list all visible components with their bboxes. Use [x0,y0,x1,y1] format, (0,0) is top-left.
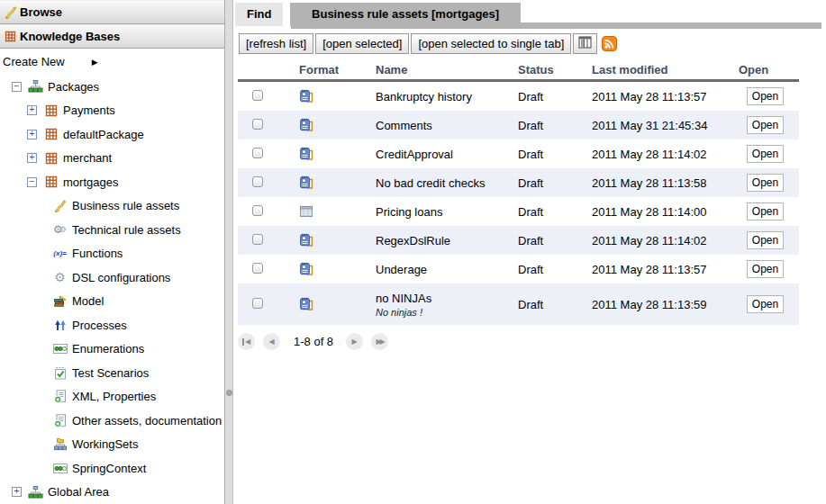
row-checkbox[interactable] [252,90,263,101]
open-cell: Open [739,231,799,249]
tree-item-merchant[interactable]: +merchant [0,147,224,171]
enum-icon [52,344,68,354]
create-new-menu[interactable]: Create New ▶ [0,49,224,73]
first-page-button[interactable]: ◀ [238,333,255,350]
open-button[interactable]: Open [747,260,784,278]
open-button[interactable]: Open [747,116,784,134]
tree-item-dsl-configurations[interactable]: ⚙DSL configurations [0,266,224,290]
row-checkbox[interactable] [252,176,263,187]
browse-section-header[interactable]: Browse [0,0,224,24]
asset-name-cell: Comments [376,119,518,132]
tree-item-defaultpackage[interactable]: +defaultPackage [0,122,224,147]
collapse-icon[interactable]: − [12,82,22,92]
panel-splitter[interactable] [225,0,233,504]
open-selected-single-tab-button[interactable]: [open selected to single tab] [411,33,571,54]
asset-status: Draft [518,90,592,104]
open-button[interactable]: Open [747,295,784,313]
tree-item-label: Packages [48,80,99,94]
tree-item-label: Enumerations [72,342,144,356]
tree-item-label: mortgages [63,176,118,189]
package-icon [43,104,59,117]
prev-page-button[interactable]: ◀ [263,333,280,350]
feed-icon[interactable] [602,36,617,51]
expand-icon[interactable]: + [27,105,37,115]
kb-grid-icon [4,31,17,42]
tree-item-global-area[interactable]: +Global Area [0,481,224,504]
asset-last-modified: 2011 May 28 11:13:59 [592,298,739,311]
asset-description: No ninjas ! [376,307,518,318]
tree-item-label: XML, Properties [72,390,156,403]
tree-item-xml-properties[interactable]: XML, Properties [0,385,224,410]
collapse-icon[interactable]: − [27,177,37,187]
row-checkbox[interactable] [252,298,263,309]
expand-icon[interactable]: + [12,487,22,497]
tab-find[interactable]: Find [235,3,283,26]
tree-item-springcontext[interactable]: SpringContext [0,456,224,481]
asset-toolbar: [refresh list] [open selected] [open sel… [239,33,826,54]
table-row-comments[interactable]: CommentsDraft2011 May 31 21:45:34Open [238,111,799,140]
open-cell: Open [739,174,799,192]
tree-item-label: defaultPackage [63,128,144,141]
column-name: Name [376,63,518,76]
table-row-underage[interactable]: UnderageDraft2011 May 28 11:13:57Open [238,255,799,284]
browse-section-label: Browse [20,5,62,19]
open-button[interactable]: Open [747,87,784,105]
last-page-button[interactable]: ▶▶ [371,333,388,350]
row-checkbox[interactable] [252,119,263,130]
tree-item-enumerations[interactable]: Enumerations [0,338,224,362]
splitter-collapse-handle[interactable] [226,390,232,396]
asset-table: Format Name Status Last modified Open Ba… [238,59,799,325]
open-cell: Open [739,295,799,313]
prev-arrow-icon: ◀ [245,338,250,346]
table-row-regexdslrule[interactable]: RegexDslRuleDraft2011 May 28 11:14:02Ope… [238,226,799,255]
tree-item-technical-rule-assets[interactable]: ⚙⚙Technical rule assets [0,218,224,242]
expand-icon[interactable]: + [27,153,37,163]
tree-item-business-rule-assets[interactable]: Business rule assets [0,194,224,219]
asset-last-modified: 2011 May 28 11:14:02 [592,234,739,248]
tab-business-rule-assets[interactable]: Business rule assets [mortgages] [290,3,521,26]
columns-icon [578,36,592,51]
table-row-pricing-loans[interactable]: Pricing loansDraft2011 May 28 11:14:00Op… [238,197,799,226]
open-button[interactable]: Open [747,145,784,163]
row-checkbox[interactable] [252,205,263,216]
open-selected-button[interactable]: [open selected] [315,33,409,54]
choose-columns-button[interactable] [573,33,597,54]
table-row-no-ninjas[interactable]: no NINJAsNo ninjas !Draft2011 May 28 11:… [238,284,799,325]
checkbox-cell [238,148,299,161]
refresh-list-button[interactable]: [refresh list] [239,33,313,54]
table-row-no-bad-credit-checks[interactable]: No bad credit checksDraft2011 May 28 11:… [238,168,799,197]
column-last-modified: Last modified [592,63,739,76]
row-checkbox[interactable] [252,234,263,245]
tree-item-mortgages[interactable]: −mortgages [0,170,224,194]
next-arrow-icon: ▶ [352,338,358,346]
tree-item-workingsets[interactable]: WorkingSets [0,433,224,457]
tree-item-payments[interactable]: +Payments [0,99,224,123]
enum-icon [52,464,68,473]
decision-table-icon [299,205,376,218]
gear-icon: ⚙ [52,271,68,284]
asset-last-modified: 2011 May 28 11:13:58 [592,176,739,190]
open-button[interactable]: Open [747,231,784,249]
tab-bar: Find Business rule assets [mortgages] [235,3,826,26]
row-checkbox[interactable] [252,148,263,158]
tree-item-model[interactable]: Model [0,290,224,314]
next-page-button[interactable]: ▶ [346,333,363,350]
tree-item-packages[interactable]: −Packages [0,75,224,99]
tree-item-processes[interactable]: Processes [0,313,224,338]
row-checkbox[interactable] [252,263,263,274]
asset-name-cell: Bankruptcy history [376,90,518,104]
asset-status: Draft [518,298,592,311]
tree-item-functions[interactable]: (x)=Functions [0,242,224,266]
asset-status: Draft [518,234,592,248]
model-icon [52,295,68,308]
tree-item-test-scenarios[interactable]: Test Scenarios [0,361,224,385]
open-button[interactable]: Open [747,174,784,192]
knowledge-bases-section-header[interactable]: Knowledge Bases [0,24,224,49]
asset-name: No bad credit checks [376,176,518,190]
asset-name-cell: CreditApproval [376,148,518,161]
expand-icon[interactable]: + [27,130,37,140]
table-row-bankruptcy-history[interactable]: Bankruptcy historyDraft2011 May 28 11:13… [238,82,799,111]
open-button[interactable]: Open [747,202,784,220]
table-row-creditapproval[interactable]: CreditApprovalDraft2011 May 28 11:14:02O… [238,140,799,168]
tree-item-other-assets-documentation[interactable]: Other assets, documentation [0,409,224,433]
